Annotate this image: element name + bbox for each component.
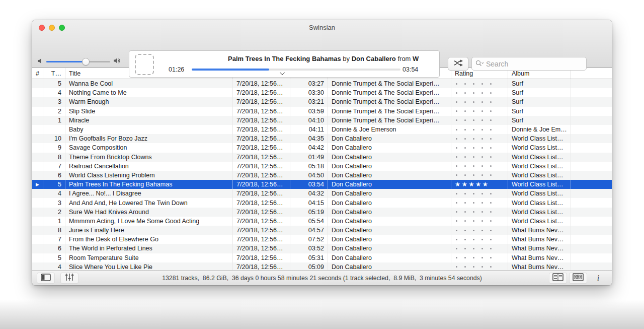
- cell-album: World Class List…: [508, 217, 571, 226]
- rating-stars[interactable]: ★★★★★: [455, 181, 490, 188]
- rating-dots[interactable]: [455, 156, 492, 158]
- cell-rating: [451, 171, 508, 180]
- track-row[interactable]: 5Room Temperature Suite7/20/18, 12:56…05…: [32, 253, 612, 262]
- volume-thumb[interactable]: [82, 58, 90, 65]
- cell-playing: [32, 162, 43, 171]
- track-row[interactable]: 8Theme From Bricktop Clowns7/20/18, 12:5…: [32, 153, 612, 162]
- cell-title: Room Temperature Suite: [65, 253, 233, 262]
- rating-dots[interactable]: [455, 101, 492, 103]
- track-row[interactable]: 6World Class Listening Problem7/20/18, 1…: [32, 171, 612, 180]
- track-row[interactable]: 7Railroad Cancellation7/20/18, 12:56…05:…: [32, 162, 612, 171]
- cell-rating: [451, 153, 508, 162]
- cell-title: Palm Trees In The Fecking Bahamas: [65, 180, 233, 189]
- cell-date: 7/20/18, 12:56…: [233, 244, 290, 253]
- cell-album: World Class List…: [508, 134, 571, 143]
- titlebar[interactable]: Swinsian: [32, 20, 612, 34]
- cell-time: 07:52: [290, 235, 328, 244]
- rating-dots[interactable]: [455, 174, 492, 176]
- duration-time: 03:54: [403, 66, 418, 73]
- column-header-track[interactable]: T…: [43, 68, 65, 79]
- cell-title: Railroad Cancellation: [65, 162, 233, 171]
- cell-artist: Don Caballero: [328, 143, 451, 152]
- cell-date: 7/20/18, 12:56…: [233, 162, 290, 171]
- rating-dots[interactable]: [455, 147, 492, 149]
- volume-slider[interactable]: [46, 57, 110, 65]
- cell-spare: [571, 116, 612, 125]
- track-row[interactable]: 3Warm Enough7/20/18, 12:56…03:21Donnie T…: [32, 97, 612, 106]
- track-row[interactable]: 2Sure We Had Knives Around7/20/18, 12:56…: [32, 208, 612, 217]
- cell-playing: [32, 134, 43, 143]
- track-row[interactable]: 1Miracle7/20/18, 12:56…04:10Donnie Trump…: [32, 116, 612, 125]
- cell-album: World Class List…: [508, 153, 571, 162]
- zoom-window-button[interactable]: [59, 25, 65, 31]
- track-row[interactable]: 3And And And, He Lowered The Twin Down7/…: [32, 198, 612, 207]
- track-row[interactable]: 10I'm Goofballs For Bozo Jazz7/20/18, 12…: [32, 134, 612, 143]
- column-header-playing[interactable]: #: [32, 68, 43, 79]
- track-row[interactable]: 4Slice Where You Live Like Pie7/20/18, 1…: [32, 262, 612, 270]
- rating-dots[interactable]: [455, 165, 492, 167]
- track-row[interactable]: 2Slip Slide7/20/18, 12:56…03:59Donnie Tr…: [32, 107, 612, 116]
- rating-dots[interactable]: [455, 138, 492, 140]
- cell-track: 4: [43, 88, 65, 97]
- rating-dots[interactable]: [455, 129, 492, 130]
- rating-dots[interactable]: [455, 110, 492, 112]
- cell-playing: [32, 235, 43, 244]
- sidebar-icon: [41, 274, 51, 283]
- track-row[interactable]: 4Nothing Came to Me7/20/18, 12:56…03:30D…: [32, 88, 612, 97]
- track-row[interactable]: 9Savage Composition7/20/18, 12:56…04:42D…: [32, 143, 612, 152]
- info-button[interactable]: i: [589, 273, 607, 284]
- rating-dots[interactable]: [455, 202, 492, 204]
- track-row[interactable]: 4I Agree... No!... I Disagree7/20/18, 12…: [32, 189, 612, 198]
- track-row[interactable]: 7From the Desk of Elsewhere Go7/20/18, 1…: [32, 235, 612, 244]
- rating-dots[interactable]: [455, 211, 492, 213]
- shuffle-button[interactable]: [448, 57, 468, 71]
- search-icon[interactable]: [475, 59, 484, 69]
- track-row[interactable]: 5Wanna Be Cool7/20/18, 12:56…03:27Donnie…: [32, 79, 612, 88]
- rating-dots[interactable]: [455, 239, 492, 240]
- sidebar-toggle-button[interactable]: [37, 273, 55, 284]
- cell-time: 05:19: [290, 208, 328, 217]
- cell-date: 7/20/18, 12:56…: [233, 180, 290, 189]
- cell-artist: Donnie Trumpet & The Social Experi…: [328, 116, 451, 125]
- rating-dots[interactable]: [455, 92, 492, 94]
- cell-album: World Class List…: [508, 180, 571, 189]
- cell-playing: [32, 262, 43, 270]
- grid-view-button[interactable]: [569, 273, 587, 284]
- track-row[interactable]: 6The World in Perforated Lines7/20/18, 1…: [32, 244, 612, 253]
- cell-track: 6: [43, 244, 65, 253]
- equalizer-button[interactable]: [60, 273, 78, 284]
- close-window-button[interactable]: [39, 25, 45, 31]
- cell-track: 1: [43, 217, 65, 226]
- cell-album: What Burns Nev…: [508, 244, 571, 253]
- rating-dots[interactable]: [455, 248, 492, 249]
- playback-progress-fill: [192, 69, 269, 71]
- playback-progress-bar[interactable]: [192, 69, 400, 71]
- search-field[interactable]: [471, 57, 587, 71]
- rating-dots[interactable]: [455, 119, 492, 121]
- window-chrome: Swinsian Palm T: [32, 20, 612, 68]
- traffic-lights: [39, 25, 65, 31]
- track-row[interactable]: Baby7/20/18, 12:56…04:11Donnie & Joe Eme…: [32, 125, 612, 134]
- column-browser-view-icon: [552, 273, 564, 283]
- track-row[interactable]: 8June is Finally Here7/20/18, 12:56…04:5…: [32, 226, 612, 235]
- track-row[interactable]: ▶5Palm Trees In The Fecking Bahamas7/20/…: [32, 180, 612, 189]
- cell-playing: [32, 143, 43, 152]
- cell-track: 5: [43, 253, 65, 262]
- track-list[interactable]: 5Wanna Be Cool7/20/18, 12:56…03:27Donnie…: [32, 79, 612, 270]
- cell-spare: [571, 244, 612, 253]
- rating-dots[interactable]: [455, 83, 492, 85]
- cell-date: 7/20/18, 12:56…: [233, 208, 290, 217]
- cell-time: 03:52: [290, 244, 328, 253]
- rating-dots[interactable]: [455, 230, 492, 231]
- rating-dots[interactable]: [455, 266, 492, 268]
- rating-dots[interactable]: [455, 193, 492, 194]
- rating-dots[interactable]: [455, 257, 492, 258]
- search-input[interactable]: [486, 60, 583, 68]
- track-row[interactable]: 1Mmmmm Acting, I Love Me Some Good Actin…: [32, 217, 612, 226]
- column-browser-view-button[interactable]: [549, 273, 567, 284]
- cell-track: 7: [43, 162, 65, 171]
- rating-dots[interactable]: [455, 220, 492, 222]
- minimize-window-button[interactable]: [49, 25, 55, 31]
- cell-playing: [32, 171, 43, 180]
- info-icon: i: [597, 274, 599, 283]
